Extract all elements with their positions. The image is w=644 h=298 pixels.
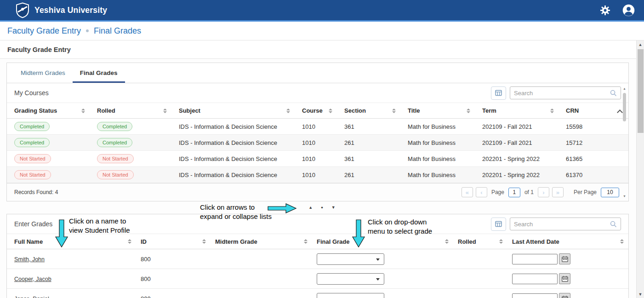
grid-settings-button[interactable] bbox=[491, 86, 506, 100]
student-name-link[interactable]: Cooper, Jacob bbox=[14, 276, 51, 282]
calendar-icon bbox=[562, 256, 568, 262]
calendar-button[interactable] bbox=[559, 273, 570, 284]
user-profile-button[interactable] bbox=[622, 4, 635, 17]
table-row[interactable]: Completed Completed IDS - Information & … bbox=[7, 135, 628, 151]
grading-status-badge: Completed bbox=[14, 122, 50, 131]
subject-cell: IDS - Information & Decision Science bbox=[179, 139, 302, 146]
table-row: Cooper, Jacob 800 bbox=[7, 269, 628, 289]
grade-tabs: Midterm Grades Final Grades bbox=[7, 63, 628, 83]
chevron-down-icon bbox=[376, 258, 380, 261]
final-grade-select[interactable] bbox=[317, 273, 384, 285]
top-navigation-bar: Yeshiva University bbox=[0, 0, 644, 22]
grades-table-body: Smith, John 800 bbox=[7, 249, 628, 298]
column-term[interactable]: Term bbox=[482, 107, 566, 114]
my-courses-panel: Midterm Grades Final Grades My Courses bbox=[6, 63, 629, 201]
final-grade-select[interactable] bbox=[317, 293, 384, 298]
scroll-down-button[interactable]: ▼ bbox=[637, 290, 644, 298]
sort-icon[interactable] bbox=[81, 109, 85, 113]
settings-gear-button[interactable] bbox=[600, 5, 610, 16]
courses-table-body: Completed Completed IDS - Information & … bbox=[7, 119, 628, 183]
table-row[interactable]: Not Started Not Started IDS - Informatio… bbox=[7, 167, 628, 183]
student-name-link[interactable]: Jones, Daniel bbox=[14, 296, 49, 298]
column-label: Rolled bbox=[458, 238, 476, 245]
collapse-down-arrow[interactable]: ▼ bbox=[331, 206, 336, 210]
column-label: Final Grade bbox=[317, 238, 350, 245]
sort-icon[interactable] bbox=[329, 109, 332, 113]
per-page-input[interactable] bbox=[601, 188, 619, 197]
scrollbar-thumb[interactable] bbox=[623, 93, 626, 121]
column-label: Rolled bbox=[97, 107, 115, 114]
grid-icon bbox=[495, 90, 502, 96]
sort-icon[interactable] bbox=[499, 239, 503, 244]
scroll-down-icon[interactable]: ▼ bbox=[623, 194, 626, 199]
tab-midterm-label: Midterm Grades bbox=[21, 69, 65, 76]
sort-icon[interactable] bbox=[163, 109, 167, 113]
rolled-status-badge: Not Started bbox=[97, 154, 134, 163]
column-course[interactable]: Course bbox=[302, 107, 344, 114]
last-attend-date-input[interactable] bbox=[512, 254, 558, 264]
column-rolled[interactable]: Rolled bbox=[458, 238, 512, 245]
title-cell: Math for Business bbox=[408, 139, 482, 146]
term-cell: 202109 - Fall 2021 bbox=[482, 123, 566, 130]
student-name-link[interactable]: Smith, John bbox=[14, 256, 45, 263]
sort-icon[interactable] bbox=[620, 239, 624, 244]
column-label: Midterm Grade bbox=[215, 238, 257, 245]
first-page-button[interactable]: « bbox=[462, 187, 473, 197]
crn-cell: 61365 bbox=[566, 155, 628, 162]
scrollbar-track[interactable] bbox=[622, 91, 627, 194]
column-final-grade[interactable]: Final Grade bbox=[317, 238, 458, 245]
breadcrumb-root-link[interactable]: Faculty Grade Entry bbox=[7, 26, 81, 36]
scroll-up-icon[interactable]: ▲ bbox=[623, 86, 626, 91]
sort-icon[interactable] bbox=[467, 109, 470, 113]
tab-midterm-grades[interactable]: Midterm Grades bbox=[13, 63, 73, 83]
column-grading-status[interactable]: Grading Status bbox=[14, 107, 97, 114]
column-full-name[interactable]: Full Name bbox=[14, 238, 141, 245]
grading-status-badge: Not Started bbox=[14, 154, 51, 163]
final-grade-select[interactable] bbox=[317, 253, 384, 265]
university-logo: Yeshiva University bbox=[16, 2, 107, 18]
sort-icon[interactable] bbox=[286, 109, 290, 113]
sort-icon[interactable] bbox=[128, 239, 131, 244]
search-icon[interactable] bbox=[610, 221, 617, 228]
grades-search-input[interactable] bbox=[514, 221, 610, 228]
sort-icon[interactable] bbox=[445, 239, 449, 244]
expand-collapse-controls: ▲ • ▼ bbox=[0, 201, 644, 214]
column-midterm-grade[interactable]: Midterm Grade bbox=[215, 238, 317, 245]
column-label: Section bbox=[344, 107, 366, 114]
last-attend-date-input[interactable] bbox=[512, 274, 558, 284]
table-row[interactable]: Not Started Not Started IDS - Informatio… bbox=[7, 151, 628, 167]
title-cell: Math for Business bbox=[408, 155, 482, 162]
last-attend-date-input[interactable] bbox=[512, 293, 558, 298]
column-rolled[interactable]: Rolled bbox=[97, 107, 179, 114]
column-label: Term bbox=[482, 107, 496, 114]
grid-settings-button[interactable] bbox=[491, 218, 506, 231]
sort-icon[interactable] bbox=[392, 109, 396, 113]
term-cell: 202201 - Spring 2022 bbox=[482, 155, 566, 162]
page-scrollbar[interactable]: ▲ ▼ bbox=[636, 40, 644, 298]
section-cell: 261 bbox=[344, 139, 408, 146]
courses-search-input[interactable] bbox=[514, 90, 610, 97]
sort-icon[interactable] bbox=[304, 239, 308, 244]
sort-icon[interactable] bbox=[202, 239, 206, 244]
table-row[interactable]: Completed Completed IDS - Information & … bbox=[7, 119, 628, 135]
search-icon[interactable] bbox=[610, 90, 617, 97]
page-scrollbar-thumb[interactable] bbox=[638, 49, 644, 133]
courses-scrollbar[interactable]: ▲ ▼ bbox=[622, 86, 627, 199]
sort-icon[interactable] bbox=[550, 109, 554, 113]
column-subject[interactable]: Subject bbox=[179, 107, 302, 114]
next-page-button[interactable]: › bbox=[538, 187, 549, 197]
column-section[interactable]: Section bbox=[344, 107, 408, 114]
student-id-cell: 800 bbox=[141, 275, 215, 282]
page-number-input[interactable] bbox=[508, 188, 520, 197]
grades-search-box bbox=[510, 218, 621, 230]
tab-final-grades[interactable]: Final Grades bbox=[73, 63, 125, 83]
column-title[interactable]: Title bbox=[408, 107, 482, 114]
last-page-button[interactable]: » bbox=[552, 187, 564, 197]
expand-up-arrow[interactable]: ▲ bbox=[308, 206, 313, 210]
calendar-button[interactable] bbox=[559, 253, 570, 264]
calendar-button[interactable] bbox=[559, 293, 570, 298]
prev-page-button[interactable]: ‹ bbox=[476, 187, 487, 197]
column-id[interactable]: ID bbox=[141, 238, 215, 245]
scroll-up-button[interactable]: ▲ bbox=[637, 40, 644, 48]
column-last-attend-date[interactable]: Last Attend Date bbox=[512, 238, 628, 245]
